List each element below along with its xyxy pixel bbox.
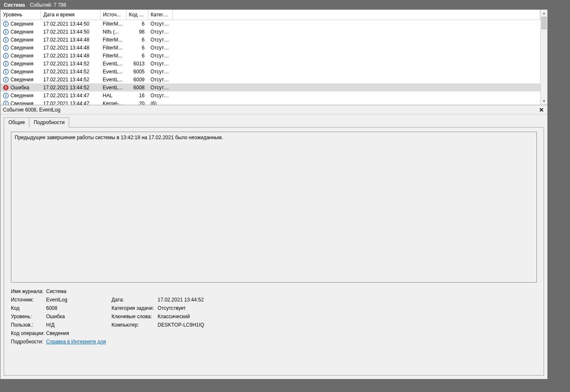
details-title: Событие 6008, EventLog [3, 107, 60, 113]
cell-source: Kernel-... [100, 99, 126, 105]
cell-level: Сведения [0, 44, 41, 52]
svg-rect-29 [5, 95, 6, 97]
cell-code: 98 [126, 28, 148, 36]
cell-source: EventL... [100, 60, 126, 67]
cell-category: Отсутс... [148, 36, 172, 44]
info-icon [3, 53, 9, 59]
cell-level: Сведения [0, 52, 41, 60]
cell-code: 6013 [126, 60, 148, 67]
level-text: Сведения [10, 45, 34, 51]
scroll-track[interactable] [541, 17, 547, 98]
svg-point-10 [5, 46, 6, 47]
cell-source: EventL... [100, 83, 126, 91]
table-row[interactable]: Сведения17.02.2021 13:44:50FilterM...6От… [0, 20, 540, 28]
scroll-thumb[interactable] [542, 17, 547, 29]
svg-point-13 [5, 54, 6, 55]
value-computer: DESKTOP-LC9H1IQ [158, 322, 539, 328]
cell-datetime: 17.02.2021 13:44:48 [41, 44, 100, 52]
scroll-down-icon[interactable]: ▼ [541, 98, 547, 105]
prop-more: Подробности: Справка в Интернете для [11, 339, 539, 345]
value-source: EventLog [46, 297, 111, 303]
prop-opcode: Код операции: Сведения [11, 330, 539, 336]
tab-details[interactable]: Подробности [29, 117, 69, 127]
details-pane: Событие 6008, EventLog ✕ Общие Подробнос… [0, 105, 547, 379]
prop-logname: Имя журнала: Система [11, 288, 539, 294]
svg-point-22 [5, 78, 6, 79]
table-row[interactable]: Сведения17.02.2021 13:44:47HAL16Отсутс..… [0, 91, 540, 99]
help-link[interactable]: Справка в Интернете для [46, 339, 106, 345]
table-row[interactable]: Сведения17.02.2021 13:44:52EventL...6009… [0, 75, 540, 83]
grid-scrollbar[interactable]: ▲ ▼ [540, 10, 547, 105]
cell-datetime: 17.02.2021 13:44:52 [41, 75, 100, 83]
level-text: Сведения [10, 69, 34, 75]
label-taskcat: Категория задачи: [111, 305, 158, 311]
cell-code: 6 [126, 44, 148, 52]
level-text: Сведения [10, 93, 34, 99]
svg-rect-26 [5, 88, 6, 89]
grid-header-row: Уровень Дата и время Источ... Код со... … [0, 10, 540, 20]
col-level[interactable]: Уровень [0, 10, 41, 20]
error-icon [3, 85, 9, 91]
app-title: Система [4, 2, 25, 8]
label-keywords: Ключевые слова: [111, 314, 158, 319]
cell-category: (6) [148, 99, 172, 105]
close-icon[interactable]: ✕ [538, 106, 545, 113]
svg-rect-8 [5, 39, 6, 41]
info-icon [3, 29, 9, 35]
cell-code: 6005 [126, 67, 148, 75]
svg-point-7 [5, 38, 6, 39]
info-icon [3, 45, 9, 51]
prop-level-keywords: Уровень: Ошибка Ключевые слова: Классиче… [11, 314, 539, 319]
col-source[interactable]: Источ... [100, 10, 126, 20]
svg-rect-17 [5, 63, 6, 65]
cell-source: FilterM... [100, 44, 126, 52]
value-user: Н/Д [46, 322, 111, 328]
table-row[interactable]: Сведения17.02.2021 13:44:52EventL...6013… [0, 60, 540, 67]
cell-datetime: 17.02.2021 13:44:52 [41, 67, 100, 75]
cell-filler [172, 67, 540, 75]
table-row[interactable]: Сведения17.02.2021 13:44:47Kernel-...20(… [0, 99, 540, 105]
level-text: Сведения [10, 53, 34, 59]
value-logname: Система [46, 288, 111, 294]
cell-source: FilterM... [100, 52, 126, 60]
table-row[interactable]: Сведения17.02.2021 13:44:48FilterM...6От… [0, 44, 540, 52]
titlebar: Система Событий: 7 798 [0, 0, 547, 10]
col-datetime[interactable]: Дата и время [41, 10, 100, 20]
cell-filler [172, 99, 540, 105]
cell-category: Отсутс... [148, 20, 172, 28]
svg-point-31 [5, 102, 6, 103]
tab-general[interactable]: Общие [4, 117, 29, 127]
col-category[interactable]: Катего... [148, 10, 172, 20]
table-row[interactable]: Сведения17.02.2021 13:44:50Ntfs (...98От… [0, 28, 540, 36]
cell-category: Отсутс... [148, 75, 172, 83]
table-row[interactable]: Сведения17.02.2021 13:44:48FilterM...6От… [0, 52, 540, 60]
scroll-up-icon[interactable]: ▲ [541, 10, 547, 17]
label-date: Дата: [111, 297, 158, 303]
label-computer: Компьютер: [111, 322, 158, 328]
cell-level: Сведения [0, 28, 41, 36]
cell-filler [172, 91, 540, 99]
info-icon [3, 61, 9, 67]
level-text: Сведения [10, 61, 34, 67]
svg-rect-23 [5, 79, 6, 81]
cell-datetime: 17.02.2021 13:44:47 [41, 99, 100, 105]
event-properties: Имя журнала: Система Источник: EventLog … [11, 288, 539, 345]
value-taskcat: Отсутствует [158, 305, 539, 311]
svg-rect-5 [5, 31, 6, 33]
cell-code: 6 [126, 52, 148, 60]
table-row[interactable]: Сведения17.02.2021 13:44:52EventL...6005… [0, 67, 540, 75]
cell-source: HAL [100, 91, 126, 99]
event-count: Событий: 7 798 [30, 2, 66, 8]
col-code[interactable]: Код со... [126, 10, 148, 20]
cell-datetime: 17.02.2021 13:44:48 [41, 36, 100, 44]
event-grid-scroll[interactable]: Уровень Дата и время Источ... Код со... … [0, 10, 540, 105]
cell-level: Сведения [0, 36, 41, 44]
table-row[interactable]: Ошибка17.02.2021 13:44:52EventL...6008От… [0, 83, 540, 91]
info-icon [3, 37, 9, 43]
svg-point-19 [5, 70, 6, 71]
info-icon [3, 69, 9, 75]
value-code: 6008 [46, 305, 111, 311]
cell-level: Сведения [0, 99, 41, 105]
level-text: Сведения [10, 29, 34, 35]
table-row[interactable]: Сведения17.02.2021 13:44:48FilterM...6От… [0, 36, 540, 44]
